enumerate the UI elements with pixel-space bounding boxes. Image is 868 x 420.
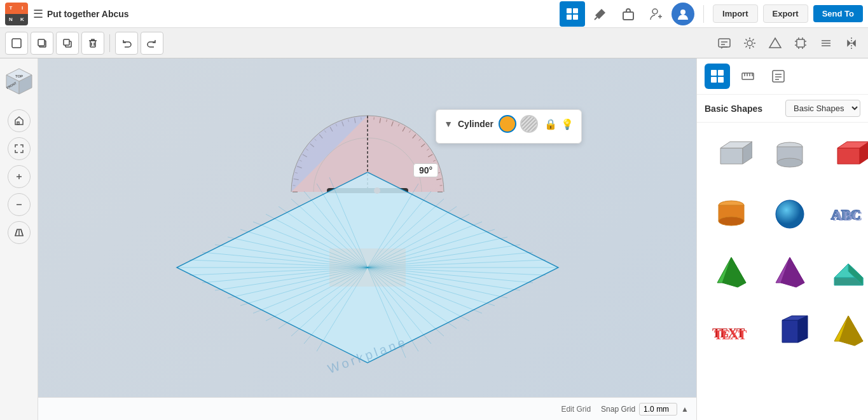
svg-marker-33 [848,41,850,46]
menu-icon[interactable]: ☰ [33,7,43,21]
light-view-button[interactable] [738,32,761,55]
svg-rect-1 [573,8,578,13]
shape-pyramid-green[interactable] [705,246,758,299]
home-view-button[interactable] [8,109,31,132]
shape-prism-blue-img [768,309,812,353]
shape-cylinder-gray-img [768,133,812,178]
duplicate-button[interactable] [56,32,79,55]
bag-view-button[interactable] [616,1,641,27]
svg-rect-113 [711,70,717,76]
snap-value-input[interactable] [639,403,677,416]
svg-rect-4 [623,12,633,20]
grid-view-button[interactable] [560,1,585,27]
svg-point-137 [719,217,744,226]
svg-rect-114 [718,70,724,76]
svg-text:TEXT: TEXT [714,328,747,342]
tab-notes[interactable] [766,64,791,89]
view-cube[interactable]: TOP FRONT [3,64,36,102]
tab-ruler[interactable] [735,64,761,89]
shape-roof-teal-img [826,250,868,295]
shape-pyramid-purple-img [768,250,812,295]
svg-rect-12 [90,41,95,47]
send-to-button[interactable]: Send To [813,5,863,22]
logo-ker: K [17,14,28,25]
shape-pyramid-yellow[interactable] [822,304,868,358]
shape-text-3d[interactable]: ABC ABC [822,187,868,241]
hammer-view-button[interactable] [588,1,613,27]
header: T I N K E R ☰ Put together Abcus Import … [0,0,868,28]
crop-view-button[interactable] [789,32,812,55]
shape-sphere-img [768,192,812,236]
bottom-bar: Edit Grid Snap Grid ▲ [38,397,696,420]
category-select[interactable]: Basic Shapes Letters Math Featured [785,100,860,117]
shape-roof-teal[interactable] [822,246,868,299]
redo-button[interactable] [141,32,163,55]
align-view-button[interactable] [815,32,837,55]
shape-box-red[interactable] [822,129,868,182]
select-button[interactable] [5,32,28,55]
zoom-in-button[interactable] [8,165,31,188]
svg-line-26 [752,39,754,40]
right-panel: Basic Shapes Basic Shapes Letters Math F… [696,58,868,420]
edit-grid-button[interactable]: Edit Grid [561,405,591,414]
svg-rect-28 [797,39,804,47]
workplane-container [38,172,696,395]
shape-view-button[interactable] [764,32,787,55]
header-title-area: ☰ Put together Abcus [33,7,129,21]
svg-marker-154 [839,316,863,346]
import-button[interactable]: Import [713,4,757,23]
mirror-view-button[interactable] [840,32,863,55]
category-title: Basic Shapes [705,104,785,114]
export-button[interactable]: Export [763,4,808,23]
svg-rect-15 [719,39,730,47]
shape-box[interactable] [705,129,758,182]
canvas-area[interactable]: 90° [38,58,696,420]
shape-cylinder-orange[interactable] [705,187,758,241]
logo-t: T [5,3,17,14]
popup-title: Cylinder [458,119,493,129]
zoom-out-button[interactable] [8,193,31,216]
main-content: TOP FRONT [0,58,868,420]
popup-controls: 🔒 💡 [499,115,574,133]
add-user-button[interactable] [644,1,669,27]
solid-color-swatch[interactable] [499,115,516,133]
shapes-grid: ABC ABC [697,123,868,364]
lock-icon[interactable]: 🔒 [544,118,557,130]
svg-marker-34 [853,41,855,46]
cylinder-popup: ▼ Cylinder 🔒 💡 [436,109,582,144]
shape-text-red[interactable]: TEXT TEXT [705,304,758,358]
shape-box-red-img [826,133,868,178]
logo-n: N [5,14,17,25]
popup-dropdown-arrow[interactable]: ▼ [444,119,453,129]
delete-button[interactable] [81,32,104,55]
left-panel: TOP FRONT [0,58,38,420]
svg-point-6 [680,10,685,15]
logo-i: I [17,3,28,14]
fit-view-button[interactable] [8,137,31,160]
svg-line-24 [752,46,754,47]
perspective-button[interactable] [8,221,31,244]
svg-rect-3 [573,15,578,20]
profile-button[interactable] [672,3,694,25]
copy-button[interactable] [31,32,53,55]
tab-grid[interactable] [705,64,730,89]
shape-prism-blue[interactable] [763,304,816,358]
popup-header: ▼ Cylinder 🔒 💡 [444,115,574,133]
hole-color-swatch[interactable] [520,115,538,133]
shape-text-3d-img: ABC ABC [826,192,868,236]
undo-button[interactable] [115,32,138,55]
comment-view-button[interactable] [713,32,736,55]
light-icon[interactable]: 💡 [561,118,574,130]
snap-dropdown-arrow[interactable]: ▲ [681,405,689,414]
svg-rect-7 [12,39,21,48]
svg-rect-2 [567,15,572,20]
svg-rect-115 [711,77,717,83]
shape-box-img [709,133,754,178]
shape-sphere[interactable] [763,187,816,241]
shape-pyramid-purple[interactable] [763,246,816,299]
shape-cylinder-gray[interactable] [763,129,816,182]
svg-marker-126 [720,148,743,164]
shape-cylinder-orange-img [709,192,754,236]
right-panel-header: Basic Shapes Basic Shapes Letters Math F… [697,95,868,123]
svg-marker-132 [837,148,860,164]
